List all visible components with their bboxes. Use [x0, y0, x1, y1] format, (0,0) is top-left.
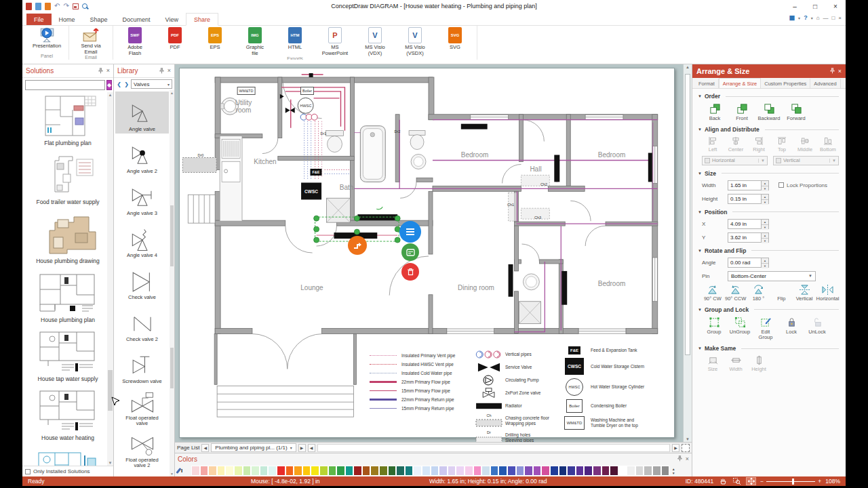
- color-swatch[interactable]: [362, 466, 371, 476]
- solutions-search-input[interactable]: [25, 80, 105, 90]
- scroll-down-icon[interactable]: ▼: [107, 461, 113, 465]
- library-item[interactable]: Float operated valve: [115, 386, 169, 428]
- close-icon[interactable]: ×: [106, 68, 110, 74]
- group-lock-button[interactable]: UnLock: [805, 317, 829, 341]
- library-item[interactable]: Angle valve 4: [115, 218, 169, 260]
- collapse-icon[interactable]: ▼: [698, 346, 702, 350]
- color-swatch[interactable]: [251, 466, 260, 476]
- solution-item[interactable]: [22, 449, 113, 466]
- height-input[interactable]: [728, 194, 762, 204]
- scroll-up-icon[interactable]: ▲: [684, 65, 692, 69]
- color-swatch[interactable]: [294, 466, 302, 476]
- collapse-icon[interactable]: ▼: [698, 249, 702, 253]
- color-swatch[interactable]: [302, 466, 311, 476]
- align-button[interactable]: Center: [725, 136, 747, 152]
- color-swatch[interactable]: [319, 466, 328, 476]
- doc-close-icon[interactable]: ×: [838, 15, 842, 21]
- solution-item[interactable]: Flat plumbing plan: [22, 95, 113, 154]
- angle-input[interactable]: [728, 258, 762, 268]
- color-swatch[interactable]: [516, 466, 525, 476]
- doc-restore-icon[interactable]: □: [831, 15, 835, 21]
- color-swatch[interactable]: [524, 466, 533, 476]
- canvas-viewport[interactable]: Utility room Kitchen Bath Bedroom Hall B…: [175, 64, 692, 442]
- pin-icon[interactable]: [677, 455, 683, 462]
- send-via-email-button[interactable]: Send via Email: [74, 27, 108, 55]
- color-swatch[interactable]: [627, 466, 635, 476]
- arrange-tab[interactable]: Arrange & Size: [719, 78, 761, 88]
- export-button[interactable]: HTM HTML: [278, 27, 312, 51]
- export-button[interactable]: IMG Graphic file: [238, 27, 272, 56]
- open-document-icon[interactable]: [35, 3, 41, 10]
- library-item[interactable]: Check valve: [115, 260, 169, 302]
- ribbon-tab[interactable]: Home: [52, 14, 83, 25]
- pin-icon[interactable]: [98, 68, 104, 75]
- scrollbar-thumb[interactable]: [685, 74, 690, 355]
- help-icon[interactable]: ?: [804, 14, 808, 21]
- color-swatch[interactable]: [243, 466, 252, 476]
- arrange-tab[interactable]: Custom Properties: [761, 79, 810, 88]
- arrange-tab[interactable]: Format: [695, 79, 719, 88]
- color-swatch[interactable]: [550, 466, 559, 476]
- angle-stepper[interactable]: ▲▼: [762, 258, 769, 268]
- scrollbar-thumb[interactable]: [170, 348, 174, 388]
- color-swatch[interactable]: [422, 466, 431, 476]
- color-swatch[interactable]: [593, 466, 601, 476]
- collapse-icon[interactable]: ▼: [698, 171, 702, 176]
- collapse-icon[interactable]: ▼: [698, 210, 702, 214]
- color-swatch[interactable]: [200, 466, 209, 476]
- print-preview-icon[interactable]: [82, 3, 87, 9]
- pan-tool-icon[interactable]: [746, 477, 756, 485]
- maximize-button[interactable]: □: [805, 3, 825, 10]
- zoom-slider[interactable]: − +: [760, 478, 821, 485]
- width-input[interactable]: [728, 180, 762, 190]
- color-swatch[interactable]: [413, 466, 422, 476]
- align-button[interactable]: Top: [771, 136, 793, 152]
- hscroll-left-icon[interactable]: ◀: [308, 444, 315, 452]
- make-same-button[interactable]: Width: [725, 355, 747, 372]
- color-swatch[interactable]: [370, 466, 379, 476]
- drawing-page[interactable]: Utility room Kitchen Bath Bedroom Hall B…: [179, 68, 675, 438]
- solution-item[interactable]: House plumbing plan: [22, 272, 113, 331]
- color-swatch[interactable]: [345, 466, 354, 476]
- color-swatch[interactable]: [405, 466, 414, 476]
- color-swatch[interactable]: [431, 466, 439, 476]
- only-installed-checkbox[interactable]: [25, 469, 31, 474]
- color-swatch[interactable]: [311, 466, 319, 476]
- ribbon-tab[interactable]: Share: [186, 13, 218, 26]
- library-prev-icon[interactable]: ❮: [116, 81, 122, 87]
- color-swatch[interactable]: [618, 466, 627, 476]
- export-button[interactable]: SWF Adobe Flash: [118, 27, 152, 56]
- align-button[interactable]: Bottom: [817, 136, 839, 152]
- minimize-button[interactable]: –: [785, 3, 805, 10]
- color-swatch[interactable]: [567, 466, 576, 476]
- doc-home-icon[interactable]: ⌂: [816, 15, 820, 21]
- color-swatch[interactable]: [541, 466, 550, 476]
- library-scrollbar[interactable]: ▲ ▼: [170, 90, 174, 476]
- hscroll-right-icon[interactable]: ▶: [672, 444, 679, 452]
- color-swatch[interactable]: [396, 466, 405, 476]
- library-item[interactable]: Angle valve 2: [115, 134, 169, 176]
- library-item[interactable]: Screwdown valve: [115, 344, 169, 386]
- color-swatch[interactable]: [584, 466, 593, 476]
- solution-item[interactable]: Food trailer water supply: [22, 154, 113, 213]
- order-button[interactable]: Backward: [756, 103, 782, 121]
- color-swatch[interactable]: [225, 466, 234, 476]
- color-swatch[interactable]: [498, 466, 507, 476]
- color-swatch[interactable]: [559, 466, 568, 476]
- redo-icon[interactable]: ↷: [63, 3, 68, 9]
- ribbon-tab[interactable]: View: [158, 14, 186, 25]
- rotate-flip-button[interactable]: 90° CCW: [725, 285, 747, 302]
- library-next-icon[interactable]: ❯: [123, 81, 130, 87]
- solutions-search-button[interactable]: ◆: [106, 80, 112, 90]
- scroll-up-icon[interactable]: ▲: [107, 93, 113, 97]
- connector-action-button[interactable]: [348, 236, 367, 255]
- export-button[interactable]: P MS PowerPoint: [318, 27, 352, 56]
- ribbon-tab[interactable]: File: [26, 14, 52, 25]
- color-swatch[interactable]: [507, 466, 516, 476]
- rotate-flip-button[interactable]: Flip: [770, 285, 792, 302]
- next-page-icon[interactable]: ▶: [298, 444, 306, 452]
- order-button[interactable]: Front: [729, 103, 755, 121]
- color-swatch[interactable]: [388, 466, 397, 476]
- make-same-button[interactable]: Size: [702, 355, 724, 372]
- color-swatch[interactable]: [465, 466, 473, 476]
